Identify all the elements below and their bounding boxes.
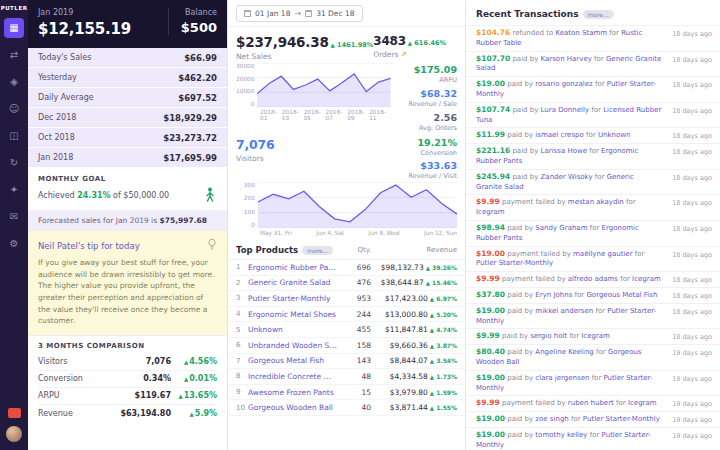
transactions-more-button[interactable]: more... [583,10,614,19]
transaction-text: $19.00 paid by mikkel andersen for Putle… [476,306,666,327]
summary-stat-row[interactable]: Daily Average$697.52 [28,88,227,108]
customer-link[interactable]: ismael crespo [535,131,583,139]
announcements-badge[interactable] [8,408,21,418]
transaction-row[interactable]: $80.40 paid by Angeline Keeling for Gorg… [466,345,720,371]
sidebar-item-settings[interactable]: ⚙ [4,234,24,254]
product-link[interactable]: Awesome Frozen Pants [248,388,337,397]
customer-link[interactable]: clara jergensen [535,374,589,382]
transaction-row[interactable]: $19.00 paid by rosario gonzalez for Putl… [466,77,720,103]
product-link[interactable]: Icegram [632,275,661,283]
product-link[interactable]: Gorgeous Metal Fish [248,356,337,365]
transaction-time: 18 days ago [666,79,712,100]
sidebar-item-dashboard[interactable]: ▦ [4,18,24,38]
revenue-column-header: Revenue [371,246,457,254]
transaction-row[interactable]: $9.99 payment failed by mestan akaydin f… [466,195,720,221]
transaction-row[interactable]: $11.99 paid by ismael crespo for Unknown… [466,128,720,144]
customer-link[interactable]: rosario gonzalez [535,80,592,88]
avatar[interactable] [6,426,22,442]
summary-stat-row[interactable]: Dec 2018$18,929.29 [28,108,227,128]
period-header[interactable]: Jan 2019 $12,155.19 Balance $500 [28,0,227,48]
product-link[interactable]: Icegram [628,399,657,407]
top-products-more-button[interactable]: more... [302,246,333,255]
customer-link[interactable]: tomothy kelley [535,431,587,439]
product-link[interactable]: Unknown [598,131,631,139]
customer-link[interactable]: sergio holt [530,332,567,340]
up-arrow-icon: ▲ [426,280,430,286]
product-change-value: 5.20% [436,311,457,318]
product-link[interactable]: Putler Starter-Monthly [248,294,337,303]
summary-stat-row[interactable]: Oct 2018$23,273.72 [28,128,227,148]
transaction-row[interactable]: $98.94 paid by Sandy Graham for Ergonomi… [466,221,720,247]
transaction-row[interactable]: $107.70 paid by Karson Harvey for Generi… [466,52,720,78]
product-qty: 143 [337,356,371,365]
up-arrow-icon: ▲ [184,376,188,382]
transaction-row[interactable]: $9.99 payment failed by alfredo adams fo… [466,272,720,288]
product-link[interactable]: Gorgeous Wooden Ball [248,403,337,412]
transaction-row[interactable]: $245.94 paid by Zander Wisoky for Generi… [466,170,720,196]
transaction-row[interactable]: $37.80 paid by Eryn Johns for Gorgeous M… [466,288,720,304]
sidebar-item-subscriptions[interactable]: ↻ [4,153,24,173]
customer-link[interactable]: Zander Wisoky [541,173,593,181]
date-range-picker[interactable]: 01 Jan 18 → 31 Dec 18 [236,5,363,22]
product-qty: 953 [337,294,371,303]
up-arrow-icon: ▲ [408,40,412,46]
product-link[interactable]: Putler Starter-Monthly [583,415,660,423]
sidebar-item-sales[interactable]: ◫ [4,126,24,146]
customer-link[interactable]: Larissa Howe [541,147,587,155]
product-link[interactable]: Gorgeous Metal Fish [586,291,657,299]
summary-stat-row[interactable]: Jan 2018$17,695.99 [28,148,227,168]
transaction-row[interactable]: $221.16 paid by Larissa Howe for Ergonom… [466,144,720,170]
product-revenue-value: $9,660.36 [390,341,428,350]
product-rank: 2 [236,279,248,287]
metric-revenue-per-visit: $33.63Revenue / Visit [409,160,457,180]
transaction-row[interactable]: $19.00 paid by zoe singh for Putler Star… [466,412,720,428]
product-link[interactable]: Icegram [476,208,505,216]
customer-link[interactable]: mestan akaydin [568,198,624,206]
sidebar-item-transactions[interactable]: ⇄ [4,45,24,65]
app-root: PUTLER ▦⇄◈☺◫↻✦✉⚙ Jan 2019 $12,155.19 Bal… [0,0,720,450]
customer-link[interactable]: Lura Donnelly [541,106,590,114]
y-tick-label: 10000 [236,88,254,94]
transaction-text: $221.16 paid by Larissa Howe for Ergonom… [476,146,666,167]
metric-revenue-per-sale: $68.32Revenue / Sale [393,88,457,108]
customer-link[interactable]: Angeline Keeling [535,348,593,356]
customer-link[interactable]: ruben hubert [568,399,614,407]
product-link[interactable]: Incredible Concrete Mou... [248,372,337,381]
sidebar-item-products[interactable]: ◈ [4,72,24,92]
customer-link[interactable]: Keaton Stamm [555,29,607,37]
transaction-row[interactable]: $19.00 paid by mikkel andersen for Putle… [466,304,720,330]
customer-link[interactable]: Eryn Johns [535,291,572,299]
product-link[interactable]: Generic Granite Salad [248,278,337,287]
customer-link[interactable]: zoe singh [535,415,568,423]
date-end: 31 Dec 18 [316,9,354,18]
product-link[interactable]: Ergonomic Rubber Pants [248,263,337,272]
product-link[interactable]: Icegram [581,332,610,340]
customer-link[interactable]: maëllyne gautier [573,250,632,258]
sidebar-item-customers[interactable]: ☺ [4,99,24,119]
customer-link[interactable]: Sandy Graham [535,224,587,232]
transaction-row[interactable]: $19.00 paid by tomothy kelley for Putler… [466,428,720,450]
net-sales-xticks: 2018-012018-032018-052018-072018-092018-… [260,107,391,121]
product-link[interactable]: Putler Starter-Monthly [476,259,553,267]
transaction-row[interactable]: $9.99 payment failed by ruben hubert for… [466,396,720,412]
transaction-row[interactable]: $9.99 paid by sergio holt for Icegram18 … [466,329,720,345]
customer-link[interactable]: Karson Harvey [541,55,592,63]
sidebar-item-insights[interactable]: ✦ [4,180,24,200]
transaction-row[interactable]: $19.00 paid by clara jergensen for Putle… [466,371,720,397]
summary-stat-row[interactable]: Today's Sales$66.99 [28,48,227,68]
transaction-row[interactable]: $104.76 refunded to Keaton Stamm for Rus… [466,25,720,52]
x-tick-label: Jun 4, Sat [316,230,344,236]
transaction-text: $9.99 paid by sergio holt for Icegram [476,331,666,342]
products-icon: ◈ [10,77,18,87]
product-link[interactable]: Unbranded Wooden Salad [248,341,337,350]
customer-link[interactable]: mikkel andersen [535,307,593,315]
transaction-row[interactable]: $107.74 paid by Lura Donnelly for Licens… [466,103,720,129]
transaction-row[interactable]: $19.00 payment failed by maëllyne gautie… [466,247,720,273]
sidebar-item-reports[interactable]: ✉ [4,207,24,227]
summary-stat-row[interactable]: Yesterday$462.20 [28,68,227,88]
product-link[interactable]: Ergonomic Metal Shoes [248,310,337,319]
arrow-right-icon: → [294,9,301,18]
customer-link[interactable]: alfredo adams [568,275,618,283]
x-tick-label: 2018-11 [369,109,391,121]
product-link[interactable]: Unknown [248,325,337,334]
